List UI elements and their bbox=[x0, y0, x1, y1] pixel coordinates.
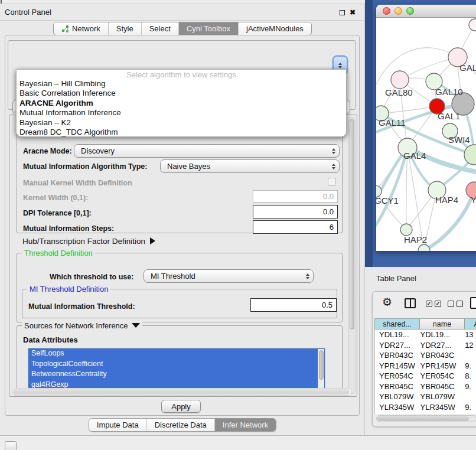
mi-threshold-field[interactable]: 0.5 bbox=[250, 298, 337, 312]
close-traffic-light[interactable] bbox=[383, 7, 390, 15]
table-cell: 13 bbox=[459, 330, 476, 340]
dpi-tolerance-field[interactable]: 0.0 bbox=[253, 205, 338, 219]
tab-infer-network[interactable]: Infer Network bbox=[214, 419, 276, 431]
close-icon: ✖ bbox=[350, 9, 356, 16]
table-row[interactable]: YBL079WYBL079W bbox=[375, 392, 476, 402]
table-row[interactable]: YER054CYER054C8. bbox=[375, 371, 476, 381]
network-window-titlebar[interactable] bbox=[376, 5, 476, 18]
settings-horizontal-scrollbar[interactable] bbox=[12, 388, 352, 396]
dropdown-item[interactable]: Mutual Information Inference bbox=[17, 108, 346, 118]
tab-discretize-data[interactable]: Discretize Data bbox=[146, 419, 214, 431]
select-all-columns-icon[interactable]: ✓ ✓ bbox=[426, 301, 441, 307]
network-canvas[interactable]: GAL7GAL80GAL10GAL1GAL11SWI4GAL4GCY1HAP4Y… bbox=[376, 18, 476, 251]
table-cell: 8. bbox=[459, 371, 476, 381]
table-row[interactable]: YPR145WYPR145W9. bbox=[375, 361, 476, 371]
dropdown-item[interactable]: ARACNE Algorithm bbox=[17, 99, 346, 108]
cyni-mode-tabs: Impute DataDiscretize DataInfer Network bbox=[89, 418, 276, 432]
table-cell: 9. bbox=[459, 412, 476, 414]
mi-type-label: Mutual Information Algorithm Type: bbox=[23, 162, 147, 171]
float-window-button[interactable] bbox=[338, 8, 346, 17]
zoom-traffic-light[interactable] bbox=[406, 7, 414, 15]
unchecked-box-icon bbox=[457, 301, 463, 307]
mini-panel-button[interactable] bbox=[5, 441, 17, 450]
table-function-icon[interactable] bbox=[470, 297, 476, 309]
dropdown-item[interactable]: Basic Correlation Inference bbox=[17, 89, 346, 98]
tab-cyni-toolbox[interactable]: Cyni Toolbox bbox=[178, 22, 238, 35]
hub-tf-definition-expander[interactable]: Hub/Transcription Factor Definition bbox=[22, 237, 155, 246]
spinner-arrows-icon bbox=[332, 160, 335, 172]
scrollbar-thumb[interactable] bbox=[319, 350, 324, 380]
aracne-mode-label: Aracne Mode: bbox=[23, 147, 72, 155]
table-cell: YDL19... bbox=[420, 330, 459, 340]
network-node-hap2[interactable] bbox=[400, 224, 412, 236]
table-row[interactable]: YDR27...YDR27...12 bbox=[375, 340, 476, 351]
table-row[interactable]: YIL052CYIL052C9. bbox=[375, 412, 476, 414]
split-columns-icon[interactable] bbox=[405, 298, 416, 308]
tab-jactivemnodules[interactable]: jActiveMNodules bbox=[238, 22, 311, 35]
sources-group-title: Sources for Network Inference bbox=[22, 321, 142, 330]
attr-items: SelfLoopsTopologicalCoefficientBetweenne… bbox=[28, 348, 325, 390]
table-column-header[interactable]: A bbox=[465, 318, 476, 330]
attribute-list-item[interactable]: BetweennessCentrality bbox=[28, 369, 325, 380]
tab-label: Select bbox=[149, 24, 171, 33]
table-cell: YPR145W bbox=[420, 361, 459, 371]
node-label: GAL4 bbox=[403, 151, 426, 161]
dropdown-item[interactable]: Bayesian – K2 bbox=[17, 118, 346, 128]
aracne-mode-combo[interactable]: Discovery bbox=[74, 144, 340, 158]
table-rows: YDL19...YDL19...13YDR27...YDR27...12YBR0… bbox=[374, 330, 476, 414]
apply-button[interactable]: Apply bbox=[161, 400, 201, 413]
table-horizontal-scrollbar[interactable] bbox=[376, 415, 476, 422]
table-cell: 9. bbox=[459, 361, 476, 371]
deselect-all-columns-icon[interactable] bbox=[448, 301, 463, 307]
manual-kernel-label: Manual Kernel Width Definition bbox=[23, 179, 132, 187]
table-column-header[interactable]: name bbox=[420, 318, 465, 330]
algorithm-dropdown-list: Select algorithm to view settings Bayesi… bbox=[16, 69, 347, 137]
node-label: GCY1 bbox=[376, 195, 399, 206]
float-icon bbox=[340, 10, 345, 15]
which-threshold-combo[interactable]: MI Threshold bbox=[144, 269, 314, 283]
gear-icon[interactable]: ⚙ bbox=[382, 296, 392, 308]
tab-network[interactable]: Network bbox=[54, 22, 108, 35]
mi-steps-field[interactable]: 6 bbox=[253, 220, 338, 234]
data-attributes-list[interactable]: SelfLoopsTopologicalCoefficientBetweenne… bbox=[28, 348, 325, 390]
manual-kernel-checkbox[interactable] bbox=[328, 178, 336, 186]
dropdown-item[interactable]: Dream8 DC_TDC Algorithm bbox=[17, 128, 346, 137]
table-cell: YDR27... bbox=[375, 340, 420, 351]
scrollbar-thumb[interactable] bbox=[350, 119, 354, 330]
table-row[interactable]: YLR345WYLR345W9. bbox=[375, 402, 476, 413]
attribute-list-item[interactable]: TopologicalCoefficient bbox=[28, 359, 325, 370]
spinner-arrows-icon bbox=[332, 145, 335, 157]
table-panel-header: Table Panel bbox=[365, 269, 476, 288]
table-row[interactable]: YBR045CYBR045C9. bbox=[375, 381, 476, 392]
table-column-header[interactable]: shared... bbox=[374, 318, 420, 330]
table-cell: YIL052C bbox=[375, 412, 420, 414]
table-cell: YBL079W bbox=[375, 392, 420, 402]
close-window-button[interactable]: ✖ bbox=[348, 8, 357, 17]
attributes-scrollbar[interactable] bbox=[318, 349, 324, 389]
scrollbar-thumb[interactable] bbox=[13, 389, 350, 394]
table-cell: YBR045C bbox=[375, 381, 420, 392]
mi-type-value: Naive Bayes bbox=[167, 162, 210, 171]
table-cell: 12 bbox=[459, 340, 476, 351]
settings-vertical-scrollbar[interactable] bbox=[348, 118, 356, 394]
network-node-gal80[interactable] bbox=[391, 71, 409, 89]
tab-impute-data[interactable]: Impute Data bbox=[89, 419, 146, 431]
tab-style[interactable]: Style bbox=[108, 22, 141, 35]
minimize-traffic-light[interactable] bbox=[395, 7, 402, 15]
kernel-width-field[interactable]: 0.0 bbox=[253, 190, 338, 203]
table-row[interactable]: YBR043CYBR043C bbox=[375, 350, 476, 361]
network-node[interactable] bbox=[469, 19, 476, 31]
tab-select[interactable]: Select bbox=[141, 22, 178, 35]
mi-type-combo[interactable]: Naive Bayes bbox=[160, 159, 340, 173]
table-cell: YBR043C bbox=[420, 350, 459, 361]
network-node[interactable] bbox=[464, 145, 476, 165]
checked-box-icon: ✓ bbox=[435, 301, 441, 307]
network-node[interactable] bbox=[418, 244, 430, 251]
tab-label: Cyni Toolbox bbox=[187, 24, 230, 33]
dropdown-item[interactable]: Bayesian – Hill Climbing bbox=[17, 79, 346, 89]
sources-group: Sources for Network Inference Data Attri… bbox=[17, 325, 343, 392]
attribute-list-item[interactable]: SelfLoops bbox=[28, 348, 325, 359]
scrollbar-thumb[interactable] bbox=[377, 416, 469, 421]
tab-label: Discretize Data bbox=[155, 420, 207, 429]
table-row[interactable]: YDL19...YDL19...13 bbox=[375, 330, 476, 340]
